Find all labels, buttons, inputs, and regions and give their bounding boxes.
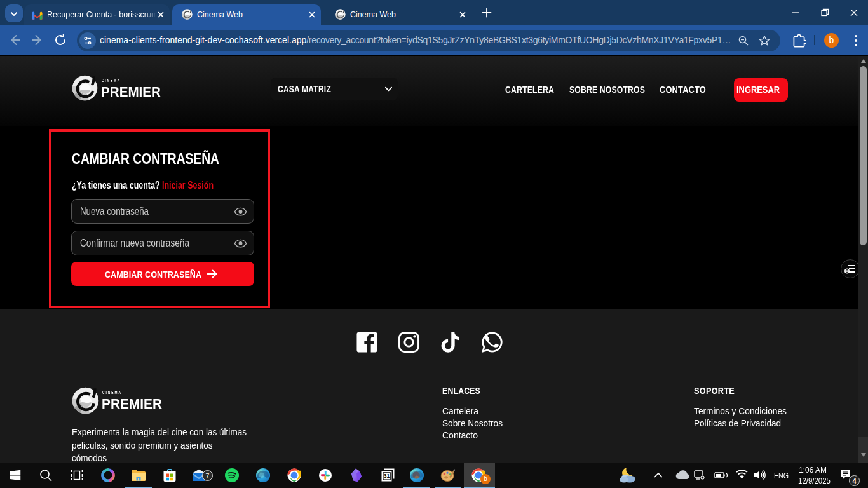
svg-text:31: 31	[384, 473, 390, 479]
